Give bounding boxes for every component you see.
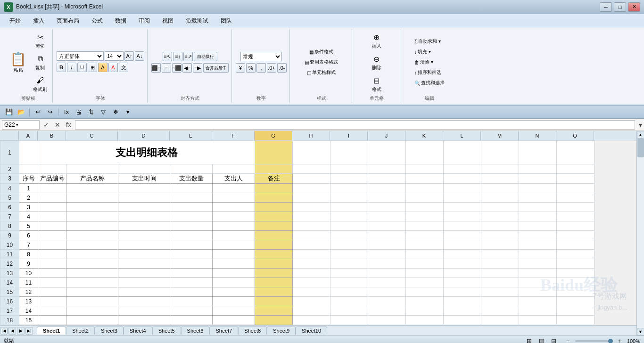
sheet-nav-first[interactable]: |◀: [0, 327, 8, 335]
cell-C10[interactable]: [66, 240, 118, 250]
cell-G12[interactable]: [255, 259, 293, 269]
align-top-center-button[interactable]: ≡↑: [173, 52, 182, 61]
tab-view[interactable]: 视图: [157, 15, 179, 27]
cell-K2[interactable]: [406, 164, 444, 174]
cell-N3[interactable]: [519, 174, 557, 184]
sheet-nav-last[interactable]: ▶|: [25, 327, 33, 335]
cell-B13[interactable]: [38, 269, 66, 278]
formula-qa-button[interactable]: fx: [61, 107, 72, 117]
cell-M7[interactable]: [481, 212, 519, 221]
cell-K14[interactable]: [406, 278, 444, 287]
cell-H16[interactable]: [293, 297, 330, 306]
cell-C6[interactable]: [66, 203, 118, 212]
row-header-5[interactable]: 5: [0, 193, 19, 203]
wrap-text-button[interactable]: 自动换行: [194, 52, 217, 61]
row-header-10[interactable]: 10: [0, 240, 19, 250]
cell-B12[interactable]: [38, 259, 66, 269]
format-as-table-button[interactable]: ▤ 套用表格格式: [302, 57, 340, 67]
cell-F2[interactable]: [213, 164, 255, 174]
cell-O11[interactable]: [557, 250, 594, 259]
cell-A4[interactable]: 1: [19, 184, 38, 193]
row-header-9[interactable]: 9: [0, 231, 19, 240]
cell-E13[interactable]: [170, 269, 213, 278]
cell-O16[interactable]: [557, 297, 594, 306]
cell-A2[interactable]: [19, 164, 38, 174]
cell-L13[interactable]: [444, 269, 481, 278]
cell-E9[interactable]: [170, 231, 213, 240]
cell-D5[interactable]: [118, 193, 170, 203]
cell-D17[interactable]: [118, 306, 170, 316]
cell-J3[interactable]: [368, 174, 406, 184]
cell-F11[interactable]: [213, 250, 255, 259]
font-decrease-button[interactable]: A↓: [135, 51, 144, 61]
cell-L6[interactable]: [444, 203, 481, 212]
paste-button[interactable]: 📋 粘贴: [7, 50, 30, 75]
cell-H8[interactable]: [293, 221, 330, 231]
cell-C13[interactable]: [66, 269, 118, 278]
cell-B17[interactable]: [38, 306, 66, 316]
cell-J7[interactable]: [368, 212, 406, 221]
cell-N6[interactable]: [519, 203, 557, 212]
cell-E10[interactable]: [170, 240, 213, 250]
cell-M10[interactable]: [481, 240, 519, 250]
cell-F18[interactable]: [213, 316, 255, 325]
sheet-tab-2[interactable]: Sheet2: [66, 327, 95, 335]
cell-G14[interactable]: [255, 278, 293, 287]
cell-J8[interactable]: [368, 221, 406, 231]
cell-F4[interactable]: [213, 184, 255, 193]
cell-J2[interactable]: [368, 164, 406, 174]
cell-A18[interactable]: 15: [19, 316, 38, 325]
cell-N9[interactable]: [519, 231, 557, 240]
cell-C11[interactable]: [66, 250, 118, 259]
cell-N18[interactable]: [519, 316, 557, 325]
cell-H12[interactable]: [293, 259, 330, 269]
cell-F5[interactable]: [213, 193, 255, 203]
cell-K18[interactable]: [406, 316, 444, 325]
cell-B5[interactable]: [38, 193, 66, 203]
cell-I12[interactable]: [330, 259, 368, 269]
cell-J15[interactable]: [368, 287, 406, 297]
col-header-A[interactable]: A: [19, 131, 38, 140]
cell-M1[interactable]: [481, 141, 519, 164]
cell-M8[interactable]: [481, 221, 519, 231]
border-button[interactable]: ⊞: [88, 63, 97, 72]
cell-M4[interactable]: [481, 184, 519, 193]
cell-C8[interactable]: [66, 221, 118, 231]
cell-B15[interactable]: [38, 287, 66, 297]
fill-button[interactable]: ↓ 填充 ▾: [412, 47, 433, 57]
cell-O3[interactable]: [557, 174, 594, 184]
cell-O8[interactable]: [557, 221, 594, 231]
cell-F12[interactable]: [213, 259, 255, 269]
cell-J14[interactable]: [368, 278, 406, 287]
cell-G10[interactable]: [255, 240, 293, 250]
cell-J18[interactable]: [368, 316, 406, 325]
cell-M2[interactable]: [481, 164, 519, 174]
cell-F16[interactable]: [213, 297, 255, 306]
cell-E4[interactable]: [170, 184, 213, 193]
cell-C16[interactable]: [66, 297, 118, 306]
cell-H6[interactable]: [293, 203, 330, 212]
cell-L8[interactable]: [444, 221, 481, 231]
normal-view-button[interactable]: ⊞: [524, 336, 535, 343]
align-center-button[interactable]: ≡: [162, 63, 171, 73]
undo-button[interactable]: ↩: [33, 107, 43, 117]
cell-M18[interactable]: [481, 316, 519, 325]
cell-J4[interactable]: [368, 184, 406, 193]
cell-O6[interactable]: [557, 203, 594, 212]
currency-button[interactable]: ¥: [236, 63, 245, 73]
cell-N13[interactable]: [519, 269, 557, 278]
cell-D3[interactable]: 支出时间: [118, 174, 170, 184]
col-header-C[interactable]: C: [66, 131, 118, 140]
cell-B6[interactable]: [38, 203, 66, 212]
cell-F9[interactable]: [213, 231, 255, 240]
cell-M5[interactable]: [481, 193, 519, 203]
cell-O1[interactable]: [557, 141, 594, 164]
cell-E8[interactable]: [170, 221, 213, 231]
cell-O18[interactable]: [557, 316, 594, 325]
copy-button[interactable]: ⧉ 复制: [31, 52, 50, 73]
cell-E3[interactable]: 支出数量: [170, 174, 213, 184]
sheet-tab-3[interactable]: Sheet3: [95, 327, 124, 335]
maximize-button[interactable]: □: [614, 2, 626, 12]
cell-I2[interactable]: [330, 164, 368, 174]
font-increase-button[interactable]: A↑: [124, 51, 134, 61]
